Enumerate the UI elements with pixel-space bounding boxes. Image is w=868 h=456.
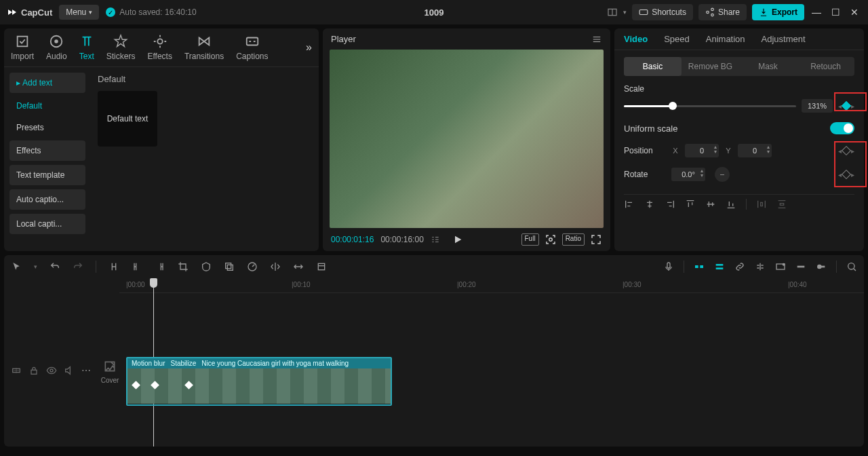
reverse-icon[interactable] xyxy=(293,261,304,272)
svg-rect-13 xyxy=(667,263,670,268)
full-button[interactable]: Full xyxy=(521,233,539,246)
trim-right-icon[interactable] xyxy=(155,261,165,272)
svg-rect-12 xyxy=(318,263,324,269)
crop-icon[interactable] xyxy=(178,261,189,272)
tab-captions[interactable]: Captions xyxy=(236,34,268,61)
rtab-animation[interactable]: Animation xyxy=(706,34,745,44)
align-left-icon[interactable] xyxy=(624,199,635,210)
export-button[interactable]: Export xyxy=(752,4,804,20)
default-text-card[interactable]: Default text xyxy=(98,91,157,147)
track-lock-icon[interactable] xyxy=(28,365,39,376)
align-right-icon[interactable] xyxy=(665,199,675,210)
link-icon[interactable] xyxy=(734,261,745,272)
sidebar-presets[interactable]: Presets xyxy=(9,119,85,136)
svg-point-23 xyxy=(848,263,854,269)
position-y-input[interactable]: 0▴▾ xyxy=(738,144,772,157)
clip-keyframe[interactable] xyxy=(132,381,140,390)
sidebar-default[interactable]: Default xyxy=(9,97,85,115)
track-add-icon[interactable] xyxy=(11,365,22,376)
timeline[interactable]: |00:00 |00:10 |00:20 |00:30 |00:40 ⋯ Cov… xyxy=(4,278,864,446)
distribute-v-icon[interactable] xyxy=(776,199,787,210)
position-keyframe[interactable]: ◂▸ xyxy=(838,147,854,155)
scale-value[interactable]: 131% xyxy=(802,99,833,113)
mask-icon[interactable] xyxy=(201,261,212,272)
scale-keyframe[interactable]: ◂▸ xyxy=(838,102,854,110)
freeze-icon[interactable] xyxy=(316,261,327,272)
layout-icon[interactable] xyxy=(607,7,618,18)
check-icon: ✓ xyxy=(106,7,115,17)
mic-icon[interactable] xyxy=(663,261,674,272)
zoom-fit-icon[interactable] xyxy=(846,261,857,272)
marker-icon[interactable] xyxy=(816,261,827,272)
tabs-more-icon[interactable]: » xyxy=(306,41,312,54)
clip-keyframe[interactable] xyxy=(151,381,159,390)
trim-left-icon[interactable] xyxy=(132,261,142,272)
share-button[interactable]: Share xyxy=(698,4,747,20)
tab-transitions[interactable]: Transitions xyxy=(184,34,224,61)
tab-stickers[interactable]: Stickers xyxy=(106,34,136,61)
close-button[interactable]: ✕ xyxy=(848,7,861,18)
add-text-button[interactable]: ▸Add text xyxy=(9,73,85,93)
time-ruler[interactable]: |00:00 |00:10 |00:20 |00:30 |00:40 xyxy=(119,278,864,293)
cursor-icon[interactable] xyxy=(11,261,22,272)
rotate-input[interactable]: 0.0°▴▾ xyxy=(671,168,705,181)
duplicate-icon[interactable] xyxy=(224,261,235,272)
tab-text[interactable]: Text xyxy=(79,34,94,61)
align-top-icon[interactable] xyxy=(685,199,696,210)
menu-button[interactable]: Menu▾ xyxy=(59,5,99,20)
tab-audio[interactable]: Audio xyxy=(46,34,67,61)
scan-icon[interactable] xyxy=(545,233,557,246)
align-center-h-icon[interactable] xyxy=(644,199,655,210)
shortcuts-button[interactable]: Shortcuts xyxy=(632,4,693,20)
track-more-icon[interactable]: ⋯ xyxy=(81,365,91,376)
scale-slider[interactable] xyxy=(624,105,796,107)
rtab-video[interactable]: Video xyxy=(624,34,648,44)
autosave-status: ✓ Auto saved: 16:40:10 xyxy=(106,7,196,17)
subtab-basic[interactable]: Basic xyxy=(624,57,682,76)
undo-icon[interactable] xyxy=(50,261,60,272)
player-menu-icon[interactable] xyxy=(591,35,602,44)
sidebar-effects[interactable]: Effects xyxy=(9,140,85,161)
fullscreen-icon[interactable] xyxy=(590,233,602,246)
subtab-retouch[interactable]: Retouch xyxy=(797,57,854,76)
subtab-mask[interactable]: Mask xyxy=(739,57,797,76)
video-clip[interactable]: Motion blur Stabilize Nice young Caucasi… xyxy=(126,357,392,406)
split-icon[interactable] xyxy=(108,261,119,272)
video-preview[interactable] xyxy=(330,50,604,228)
maximize-button[interactable]: ☐ xyxy=(829,7,842,18)
distribute-h-icon[interactable] xyxy=(756,199,767,210)
media-panel: Import Audio Text Stickers Effects Trans… xyxy=(4,28,319,251)
align-clip-icon[interactable] xyxy=(755,261,766,272)
snap-icon[interactable] xyxy=(795,261,806,272)
speed-icon[interactable] xyxy=(247,261,258,272)
magnet-main-icon[interactable] xyxy=(694,261,705,272)
rtab-speed[interactable]: Speed xyxy=(664,34,690,44)
mirror-icon[interactable] xyxy=(270,261,281,272)
rotate-dial[interactable] xyxy=(715,167,730,182)
sidebar-text-template[interactable]: Text template xyxy=(9,165,85,185)
clip-keyframe[interactable] xyxy=(184,381,193,390)
minimize-button[interactable]: — xyxy=(810,7,823,18)
play-button[interactable] xyxy=(452,234,463,245)
ratio-button[interactable]: Ratio xyxy=(562,233,585,246)
track-mute-icon[interactable] xyxy=(64,365,75,376)
subtab-removebg[interactable]: Remove BG xyxy=(682,57,739,76)
uniform-scale-toggle[interactable] xyxy=(830,122,854,134)
align-center-v-icon[interactable] xyxy=(705,199,716,210)
sidebar-auto-caption[interactable]: Auto captio... xyxy=(9,189,85,210)
position-x-input[interactable]: 0▴▾ xyxy=(685,144,719,157)
preview-render-icon[interactable] xyxy=(775,261,786,272)
rtab-adjustment[interactable]: Adjustment xyxy=(762,34,806,44)
svg-rect-10 xyxy=(227,265,233,270)
rotate-keyframe[interactable]: ◂▸ xyxy=(838,171,854,178)
redo-icon[interactable] xyxy=(73,261,83,272)
cover-button[interactable]: Cover xyxy=(98,360,122,384)
align-bottom-icon[interactable] xyxy=(726,199,736,210)
sidebar-local-caption[interactable]: Local capti... xyxy=(9,214,85,234)
svg-point-26 xyxy=(50,369,53,372)
list-icon[interactable] xyxy=(431,235,440,244)
magnet-track-icon[interactable] xyxy=(714,261,725,272)
tab-import[interactable]: Import xyxy=(11,34,34,61)
track-eye-icon[interactable] xyxy=(46,365,57,376)
tab-effects[interactable]: Effects xyxy=(147,34,172,61)
